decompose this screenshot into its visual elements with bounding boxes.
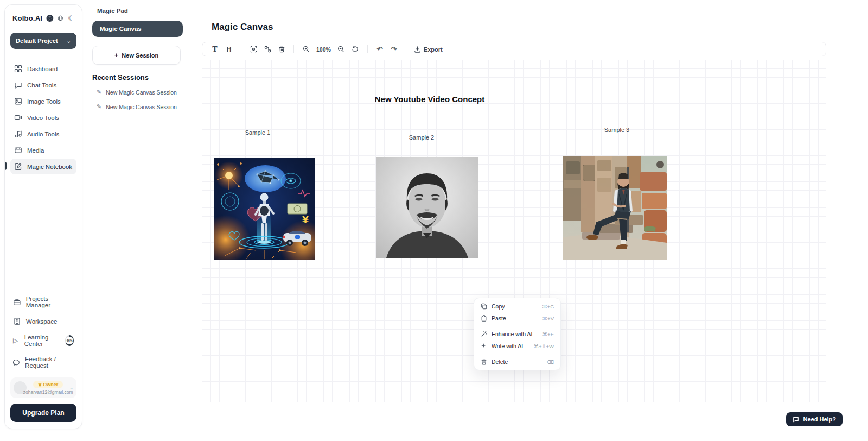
chat-icon bbox=[14, 81, 22, 89]
reset-view-button[interactable] bbox=[349, 43, 361, 55]
sample-3-label[interactable]: Sample 3 bbox=[604, 127, 629, 133]
dashboard-icon bbox=[14, 65, 22, 73]
user-chevron-icon: ⌄ bbox=[69, 386, 73, 390]
context-menu-delete[interactable]: Delete ⌫ bbox=[474, 356, 560, 368]
canvas-image-man-on-ruins[interactable] bbox=[563, 156, 667, 260]
page-title: Magic Canvas bbox=[212, 22, 273, 33]
heading-tool-button[interactable]: H bbox=[223, 43, 235, 55]
zoom-out-icon bbox=[337, 46, 344, 53]
context-item-shortcut: ⌫ bbox=[547, 359, 554, 365]
sidebar-item-label: Chat Tools bbox=[27, 82, 56, 89]
zoom-in-button[interactable] bbox=[300, 43, 312, 55]
sidebar-item-label: Workspace bbox=[26, 318, 57, 325]
upgrade-plan-button[interactable]: Upgrade Plan bbox=[10, 404, 76, 422]
sessions-panel: Magic Pad Magic Canvas + New Session Rec… bbox=[84, 0, 188, 441]
context-item-label: Enhance with AI bbox=[492, 331, 532, 337]
context-item-shortcut: ⌘+C bbox=[542, 304, 554, 310]
sample-2-label[interactable]: Sample 2 bbox=[409, 134, 434, 141]
sidebar-item-feedback-request[interactable]: Feedback / Request bbox=[10, 351, 76, 373]
need-help-button[interactable]: Need Help? bbox=[786, 412, 843, 426]
image-icon bbox=[14, 97, 22, 105]
owner-badge-label: Owner bbox=[43, 382, 58, 387]
sidebar-item-workspace[interactable]: Workspace bbox=[10, 313, 76, 330]
sidebar-item-label: Audio Tools bbox=[27, 131, 59, 137]
magic-wand-icon bbox=[481, 331, 487, 337]
session-list-item[interactable]: ✎ New Magic Canvas Session bbox=[84, 99, 188, 114]
chevron-down-icon: ⌄ bbox=[67, 38, 71, 44]
project-selector[interactable]: Default Project ⌄ bbox=[10, 33, 76, 49]
language-globe-icon[interactable] bbox=[58, 15, 63, 22]
tab-magic-pad[interactable]: Magic Pad bbox=[84, 0, 188, 14]
context-menu-copy[interactable]: Copy ⌘+C bbox=[474, 300, 560, 312]
connector-tool-button[interactable] bbox=[261, 43, 273, 55]
magic-canvas-grid[interactable]: New Youtube Video Concept Sample 1 Sampl… bbox=[202, 60, 826, 402]
context-item-label: Copy bbox=[492, 303, 505, 310]
video-icon bbox=[14, 114, 22, 122]
context-menu: Copy ⌘+C Paste ⌘+V Enhance with AI ⌘+E bbox=[474, 298, 561, 370]
sidebar-item-video-tools[interactable]: Video Tools bbox=[10, 110, 76, 125]
sidebar-item-learning-center[interactable]: ▷ Learning Center 66% bbox=[10, 330, 76, 351]
ai-select-tool-button[interactable] bbox=[247, 43, 259, 55]
context-menu-divider bbox=[474, 326, 560, 326]
trash-icon bbox=[481, 358, 487, 365]
recent-sessions-heading: Recent Sessions bbox=[92, 73, 188, 81]
music-note-icon bbox=[14, 130, 22, 138]
tab-magic-canvas[interactable]: Magic Canvas bbox=[92, 21, 183, 37]
sidebar-item-image-tools[interactable]: Image Tools bbox=[10, 93, 76, 109]
context-item-label: Delete bbox=[492, 358, 508, 365]
user-account-card[interactable]: ♛ Owner zoharvan12@gmail.com ⌄ bbox=[10, 377, 76, 398]
context-item-shortcut: ⌘+⇧+W bbox=[533, 343, 554, 349]
plus-icon: + bbox=[114, 51, 119, 59]
pencil-icon: ✎ bbox=[97, 89, 101, 96]
sample-1-label[interactable]: Sample 1 bbox=[245, 129, 270, 136]
export-label: Export bbox=[424, 46, 443, 53]
sidebar-item-magic-notebook[interactable]: Magic Notebook bbox=[10, 159, 76, 174]
logo-row: Kolbo.AI ☾ bbox=[10, 12, 76, 24]
play-icon: ▷ bbox=[13, 337, 20, 345]
trash-icon bbox=[278, 46, 285, 53]
context-menu-enhance-ai[interactable]: Enhance with AI ⌘+E bbox=[474, 328, 560, 340]
svg-text:¥: ¥ bbox=[302, 215, 309, 225]
owner-badge: ♛ Owner bbox=[33, 381, 63, 388]
context-menu-divider bbox=[474, 354, 560, 354]
zoom-level: 100% bbox=[314, 46, 333, 53]
help-chat-icon bbox=[793, 416, 799, 423]
user-info: ♛ Owner zoharvan12@gmail.com bbox=[30, 381, 66, 395]
context-menu-write-ai[interactable]: Write with AI ⌘+⇧+W bbox=[474, 340, 560, 352]
sidebar-item-audio-tools[interactable]: Audio Tools bbox=[10, 126, 76, 142]
pencil-icon: ✎ bbox=[97, 103, 101, 110]
sidebar-item-chat-tools[interactable]: Chat Tools bbox=[10, 77, 76, 93]
new-session-label: New Session bbox=[122, 52, 158, 59]
undo-button[interactable]: ↶ bbox=[374, 43, 386, 55]
delete-tool-button[interactable] bbox=[276, 43, 288, 55]
sidebar-item-label: Media bbox=[27, 147, 44, 154]
canvas-image-ai-robot[interactable]: ¥ bbox=[214, 158, 315, 260]
notebook-pen-icon bbox=[14, 162, 22, 171]
sidebar-item-label: Image Tools bbox=[27, 98, 61, 105]
sidebar-item-label: Learning Center bbox=[24, 334, 60, 347]
context-item-shortcut: ⌘+E bbox=[542, 331, 554, 337]
context-item-label: Write with AI bbox=[492, 343, 523, 349]
primary-sidebar: Kolbo.AI ☾ Default Project ⌄ Dashboard C… bbox=[4, 4, 82, 429]
session-list-item[interactable]: ✎ New Magic Canvas Session bbox=[84, 85, 188, 99]
sidebar-item-dashboard[interactable]: Dashboard bbox=[10, 61, 76, 77]
sidebar-item-label: Feedback / Request bbox=[25, 356, 74, 369]
canvas-image-bw-portrait[interactable] bbox=[376, 157, 478, 258]
sidebar-bottom: Projects Manager Workspace ▷ Learning Ce… bbox=[10, 291, 76, 422]
redo-button[interactable]: ↷ bbox=[388, 43, 400, 55]
ai-scan-icon bbox=[250, 46, 257, 53]
new-session-button[interactable]: + New Session bbox=[92, 46, 181, 65]
sidebar-item-media[interactable]: Media bbox=[10, 142, 76, 158]
zoom-out-button[interactable] bbox=[335, 43, 347, 55]
context-menu-paste[interactable]: Paste ⌘+V bbox=[474, 312, 560, 324]
toolbar-divider bbox=[406, 45, 406, 53]
text-tool-button[interactable]: T bbox=[209, 43, 221, 55]
sidebar-item-projects-manager[interactable]: Projects Manager bbox=[10, 291, 76, 313]
session-title: New Magic Canvas Session bbox=[106, 104, 177, 110]
rotate-reset-icon bbox=[352, 46, 359, 53]
project-selector-label: Default Project bbox=[16, 37, 58, 44]
dark-mode-moon-icon[interactable]: ☾ bbox=[68, 15, 74, 22]
canvas-heading-text[interactable]: New Youtube Video Concept bbox=[375, 94, 485, 104]
export-button[interactable]: Export bbox=[412, 43, 444, 55]
context-item-shortcut: ⌘+V bbox=[542, 316, 554, 322]
